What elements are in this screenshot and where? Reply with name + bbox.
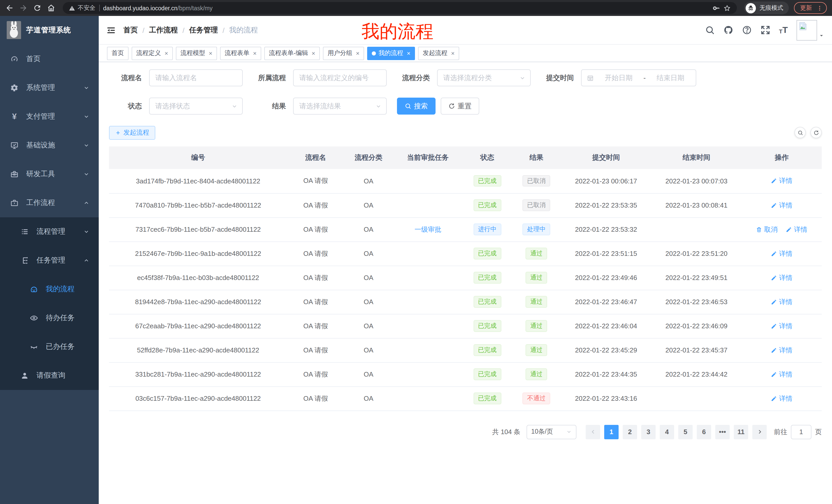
github-icon[interactable] bbox=[724, 25, 733, 35]
category-select[interactable]: 请选择流程分类 bbox=[437, 69, 531, 86]
op-详情[interactable]: 详情 bbox=[771, 273, 792, 282]
close-icon[interactable]: × bbox=[356, 50, 359, 57]
op-详情[interactable]: 详情 bbox=[771, 201, 792, 210]
close-icon[interactable]: × bbox=[312, 50, 315, 57]
op-详情[interactable]: 详情 bbox=[771, 176, 792, 186]
search-button[interactable]: 搜索 bbox=[397, 97, 436, 115]
sidebar-item-系统管理[interactable]: 系统管理 bbox=[0, 74, 99, 102]
url-bar[interactable]: 不安全 dashboard.yudao.iocoder.cn/bpm/task/… bbox=[63, 2, 737, 14]
page-button-11[interactable]: 11 bbox=[734, 425, 748, 439]
sidebar-item-已办任务[interactable]: 已办任务 bbox=[0, 332, 99, 361]
refresh-table-icon[interactable] bbox=[810, 127, 822, 138]
reset-button[interactable]: 重置 bbox=[441, 97, 479, 115]
page-ellipsis[interactable]: ••• bbox=[715, 425, 730, 439]
cell-status: 已完成 bbox=[463, 265, 512, 290]
close-icon[interactable]: × bbox=[451, 50, 454, 57]
app-logo[interactable]: 芋道管理系统 bbox=[0, 16, 99, 45]
sidebar-item-我的流程[interactable]: 我的流程 bbox=[0, 275, 99, 304]
cell-category: OA bbox=[344, 338, 393, 362]
sidebar-item-任务管理[interactable]: 任务管理 bbox=[0, 246, 99, 275]
page-button-5[interactable]: 5 bbox=[678, 425, 693, 439]
page-button-2[interactable]: 2 bbox=[623, 425, 637, 439]
menu-dots-icon[interactable] bbox=[816, 5, 823, 11]
sidebar-item-基础设施[interactable]: 基础设施 bbox=[0, 131, 99, 160]
tab-首页[interactable]: 首页 bbox=[107, 47, 129, 60]
result-select[interactable]: 请选择流结果 bbox=[293, 97, 387, 115]
font-size-icon[interactable]: TT bbox=[779, 26, 788, 34]
forward-icon[interactable] bbox=[19, 4, 28, 12]
tab-流程表单-编辑[interactable]: 流程表单-编辑× bbox=[264, 47, 320, 60]
next-page-button[interactable] bbox=[752, 425, 767, 439]
sidebar-item-请假查询[interactable]: 请假查询 bbox=[0, 361, 99, 390]
prev-page-button[interactable] bbox=[586, 425, 600, 439]
op-详情[interactable]: 详情 bbox=[771, 370, 792, 379]
op-详情[interactable]: 详情 bbox=[771, 321, 792, 331]
sidebar-item-首页[interactable]: 首页 bbox=[0, 45, 99, 74]
tab-流程定义[interactable]: 流程定义× bbox=[132, 47, 173, 60]
search-icon[interactable] bbox=[705, 25, 715, 35]
cell-category: OA bbox=[344, 362, 393, 386]
op-详情[interactable]: 详情 bbox=[771, 249, 792, 258]
cell-operations: 详情 bbox=[742, 314, 822, 338]
op-label: 详情 bbox=[779, 176, 792, 186]
status-select[interactable]: 请选择状态 bbox=[149, 97, 243, 115]
question-icon[interactable] bbox=[742, 25, 752, 35]
breadcrumb-item[interactable]: 工作流程 bbox=[149, 25, 178, 35]
user-avatar[interactable] bbox=[797, 20, 824, 40]
cell-current-task bbox=[393, 386, 463, 411]
op-详情[interactable]: 详情 bbox=[771, 345, 792, 355]
briefcase-icon bbox=[10, 199, 19, 207]
close-icon[interactable]: × bbox=[164, 50, 168, 57]
date-range-picker[interactable]: 开始日期 - 结束日期 bbox=[581, 69, 696, 86]
process-definition-input[interactable] bbox=[293, 69, 387, 86]
tab-用户分组[interactable]: 用户分组× bbox=[323, 47, 364, 60]
page-button-3[interactable]: 3 bbox=[641, 425, 656, 439]
breadcrumb-item[interactable]: 首页 bbox=[123, 25, 138, 35]
update-button[interactable]: 更新 bbox=[794, 2, 827, 14]
toggle-search-icon[interactable] bbox=[795, 127, 806, 138]
op-详情[interactable]: 详情 bbox=[786, 225, 807, 234]
op-详情[interactable]: 详情 bbox=[771, 394, 792, 403]
breadcrumb-item[interactable]: 任务管理 bbox=[189, 25, 218, 35]
close-icon[interactable]: × bbox=[209, 50, 212, 57]
op-取消[interactable]: 取消 bbox=[756, 225, 778, 234]
start-process-button[interactable]: 发起流程 bbox=[109, 126, 155, 140]
back-icon[interactable] bbox=[5, 4, 14, 12]
tab-发起流程[interactable]: 发起流程× bbox=[418, 47, 459, 60]
page-button-6[interactable]: 6 bbox=[697, 425, 711, 439]
op-详情[interactable]: 详情 bbox=[771, 297, 792, 306]
incognito-icon bbox=[746, 3, 756, 13]
sidebar-item-支付管理[interactable]: ¥支付管理 bbox=[0, 102, 99, 131]
sidebar-item-label: 首页 bbox=[26, 54, 41, 64]
sidebar-item-研发工具[interactable]: 研发工具 bbox=[0, 160, 99, 189]
cell-operations: 详情 bbox=[742, 290, 822, 314]
security-warning[interactable]: 不安全 bbox=[69, 4, 95, 12]
tab-我的流程[interactable]: 我的流程× bbox=[367, 47, 415, 60]
page-button-1[interactable]: 1 bbox=[604, 425, 619, 439]
page-size-select[interactable]: 10条/页 bbox=[526, 425, 576, 439]
sidebar-item-待办任务[interactable]: 待办任务 bbox=[0, 304, 99, 332]
calendar-icon bbox=[587, 74, 594, 81]
bookmark-star-icon[interactable] bbox=[724, 4, 731, 11]
goto-page-input[interactable] bbox=[791, 425, 811, 439]
close-icon[interactable]: × bbox=[253, 50, 257, 57]
sidebar-fold-icon[interactable] bbox=[106, 25, 116, 35]
user-icon bbox=[21, 371, 29, 380]
page-content: 流程名 所属流程 流程分类 请选择流程分类 bbox=[99, 62, 832, 504]
home-icon[interactable] bbox=[47, 4, 55, 12]
cell-current-task: 一级审批 bbox=[393, 217, 463, 242]
reload-icon[interactable] bbox=[33, 4, 42, 12]
key-icon[interactable] bbox=[713, 4, 720, 11]
sidebar-item-流程管理[interactable]: 流程管理 bbox=[0, 217, 99, 246]
sidebar-item-label: 任务管理 bbox=[36, 256, 65, 265]
task-link[interactable]: 一级审批 bbox=[414, 225, 441, 233]
fullscreen-icon[interactable] bbox=[760, 25, 770, 35]
tab-流程表单[interactable]: 流程表单× bbox=[220, 47, 261, 60]
tab-流程模型[interactable]: 流程模型× bbox=[176, 47, 217, 60]
cell-category: OA bbox=[344, 242, 393, 265]
sidebar-item-工作流程[interactable]: 工作流程 bbox=[0, 189, 99, 217]
close-icon[interactable]: × bbox=[407, 50, 410, 57]
caret-down-icon[interactable] bbox=[818, 33, 824, 38]
page-button-4[interactable]: 4 bbox=[660, 425, 674, 439]
process-name-input[interactable] bbox=[149, 69, 243, 86]
